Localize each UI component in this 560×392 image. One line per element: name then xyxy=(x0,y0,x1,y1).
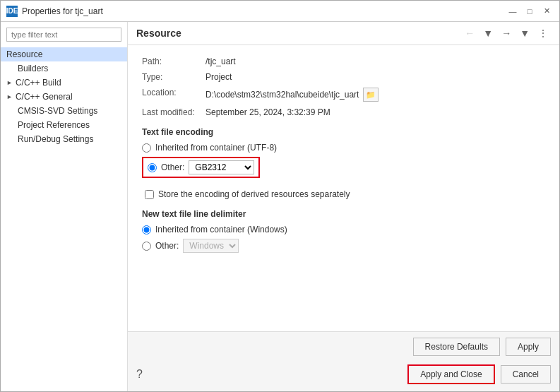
type-label: Type: xyxy=(142,72,205,82)
last-modified-label: Last modified: xyxy=(142,107,205,117)
location-row: Location: D:\code\stm32\stm32hal\cubeide… xyxy=(142,88,545,102)
sidebar: Resource Builders ► C/C++ Build ► C/C++ … xyxy=(1,22,128,391)
location-label: Location: xyxy=(142,88,205,97)
sidebar-item-label: C/C++ Build xyxy=(16,78,61,88)
sidebar-item-label: Project References xyxy=(18,120,90,130)
main-panel: Resource ← ▼ → ▼ ⋮ Path: /tjc_uart Type:… xyxy=(128,22,559,391)
location-value-row: D:\code\stm32\stm32hal\cubeide\tjc_uart … xyxy=(205,88,379,102)
delimiter-select[interactable]: Default Windows Unix Mac xyxy=(183,239,239,253)
minimize-button[interactable]: — xyxy=(506,4,520,18)
sidebar-item-label: C/C++ General xyxy=(16,92,73,102)
cancel-button[interactable]: Cancel xyxy=(501,365,551,384)
browse-folder-button[interactable]: 📁 xyxy=(363,88,379,102)
properties-dialog: IDE Properties for tjc_uart — □ ✕ Resour… xyxy=(0,0,560,392)
bottom-section: Restore Defaults Apply ? Apply and Close… xyxy=(128,331,559,391)
path-value: /tjc_uart xyxy=(205,57,236,66)
location-value: D:\code\stm32\stm32hal\cubeide\tjc_uart xyxy=(205,90,359,100)
path-row: Path: /tjc_uart xyxy=(142,57,545,66)
back-button[interactable]: ← xyxy=(462,26,477,40)
content-area: Resource Builders ► C/C++ Build ► C/C++ … xyxy=(1,22,559,391)
other-encoding-radio[interactable] xyxy=(148,163,157,172)
button-row-2: ? Apply and Close Cancel xyxy=(128,360,559,391)
sidebar-item-cmsis-svd[interactable]: CMSIS-SVD Settings xyxy=(1,104,127,118)
chevron-icon: ► xyxy=(6,79,13,86)
other-encoding-container: Other: GB2312 UTF-8 UTF-16 ISO-8859-1 xyxy=(142,157,260,178)
forward-button[interactable]: → xyxy=(499,26,514,40)
chevron-icon: ► xyxy=(6,93,13,100)
sidebar-item-label: Builders xyxy=(18,64,48,73)
window-title: Properties for tjc_uart xyxy=(22,6,103,16)
inherited-delimiter-label: Inherited from container (Windows) xyxy=(155,225,287,234)
filter-input[interactable] xyxy=(6,28,121,42)
title-bar: IDE Properties for tjc_uart — □ ✕ xyxy=(1,1,559,22)
other-delimiter-label: Other: xyxy=(155,241,179,251)
inherited-encoding-row: Inherited from container (UTF-8) xyxy=(142,143,545,153)
panel-title: Resource xyxy=(136,28,181,39)
inherited-encoding-label: Inherited from container (UTF-8) xyxy=(155,143,277,153)
more-button[interactable]: ⋮ xyxy=(535,26,551,40)
type-row: Type: Project xyxy=(142,72,545,82)
restore-defaults-button[interactable]: Restore Defaults xyxy=(413,338,500,356)
other-delimiter-radio[interactable] xyxy=(142,242,151,251)
sidebar-item-cpp-build[interactable]: ► C/C++ Build xyxy=(1,76,127,90)
apply-and-close-button[interactable]: Apply and Close xyxy=(407,364,494,384)
line-delimiter-section-title: New text file line delimiter xyxy=(142,209,545,219)
nav-dropdown-button-2[interactable]: ▼ xyxy=(517,26,532,40)
window-controls: — □ ✕ xyxy=(506,4,554,18)
sidebar-item-project-references[interactable]: Project References xyxy=(1,118,127,132)
nav-dropdown-button[interactable]: ▼ xyxy=(480,26,496,40)
resource-content: Path: /tjc_uart Type: Project Location: … xyxy=(128,45,559,331)
help-icon[interactable]: ? xyxy=(136,368,143,381)
store-encoding-label: Store the encoding of derived resources … xyxy=(158,189,350,199)
sidebar-item-resource[interactable]: Resource xyxy=(1,47,127,61)
encoding-select[interactable]: GB2312 UTF-8 UTF-16 ISO-8859-1 xyxy=(189,160,254,174)
app-icon: IDE xyxy=(6,6,18,17)
sidebar-item-label: Resource xyxy=(6,49,42,59)
apply-button[interactable]: Apply xyxy=(506,338,551,356)
button-row-1: Restore Defaults Apply xyxy=(128,332,559,360)
title-bar-left: IDE Properties for tjc_uart xyxy=(6,6,103,17)
nav-buttons: ← ▼ → ▼ ⋮ xyxy=(462,26,551,40)
sidebar-item-builders[interactable]: Builders xyxy=(1,61,127,76)
type-value: Project xyxy=(205,72,232,82)
maximize-button[interactable]: □ xyxy=(523,4,537,18)
last-modified-value: September 25, 2024, 3:32:39 PM xyxy=(205,107,330,117)
inherited-delimiter-radio[interactable] xyxy=(142,225,151,234)
other-delimiter-row: Other: Default Windows Unix Mac xyxy=(142,239,545,253)
last-modified-row: Last modified: September 25, 2024, 3:32:… xyxy=(142,107,545,117)
sidebar-item-label: Run/Debug Settings xyxy=(18,134,93,144)
sidebar-item-run-debug[interactable]: Run/Debug Settings xyxy=(1,132,127,146)
main-header: Resource ← ▼ → ▼ ⋮ xyxy=(128,22,559,45)
close-button[interactable]: ✕ xyxy=(540,4,554,18)
sidebar-item-cpp-general[interactable]: ► C/C++ General xyxy=(1,90,127,104)
store-encoding-checkbox[interactable] xyxy=(145,190,154,199)
sidebar-item-label: CMSIS-SVD Settings xyxy=(18,106,97,116)
inherited-delimiter-row: Inherited from container (Windows) xyxy=(142,225,545,234)
store-encoding-row: Store the encoding of derived resources … xyxy=(145,189,545,199)
other-encoding-label: Other: xyxy=(161,162,184,172)
text-encoding-section-title: Text file encoding xyxy=(142,127,545,137)
inherited-encoding-radio[interactable] xyxy=(142,143,151,153)
path-label: Path: xyxy=(142,57,205,66)
